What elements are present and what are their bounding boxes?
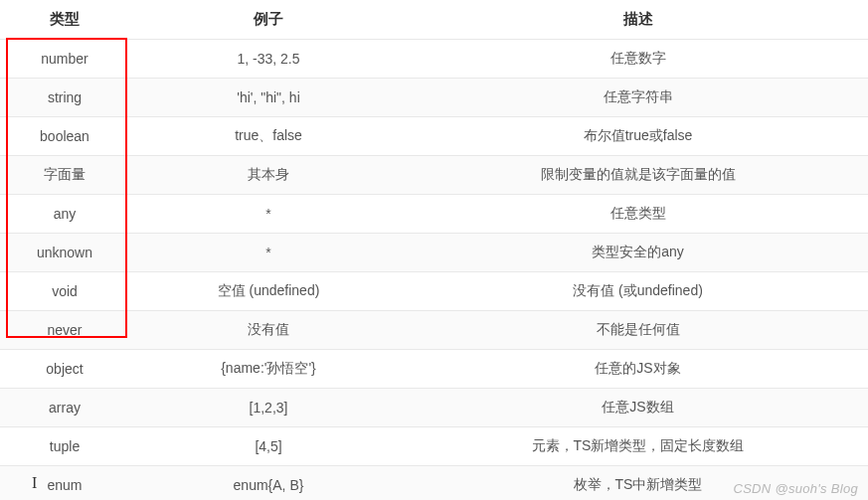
types-table: 类型 例子 描述 number 1, -33, 2.5 任意数字 string … [0,0,868,500]
table-row: boolean true、false 布尔值true或false [0,117,868,156]
table-row: object {name:'孙悟空'} 任意的JS对象 [0,350,868,389]
watermark-text: CSDN @suoh's Blog [733,481,858,496]
cell-type: void [0,272,129,311]
table-row: never 没有值 不能是任何值 [0,311,868,350]
cell-type: boolean [0,117,129,156]
cell-example: 其本身 [129,156,408,195]
cell-type: tuple [0,427,129,466]
cell-description: 类型安全的any [408,234,868,272]
cell-type: unknown [0,234,129,272]
cell-example: * [129,234,408,272]
text-cursor-icon: I [32,474,37,492]
cell-example: * [129,195,408,234]
cell-example: [1,2,3] [129,389,408,427]
cell-description: 没有值 (或undefined) [408,272,868,311]
cell-example: 'hi', "hi", hi [129,79,408,117]
table-row: any * 任意类型 [0,195,868,234]
table-row: number 1, -33, 2.5 任意数字 [0,40,868,79]
cell-type: never [0,311,129,350]
cell-example: [4,5] [129,427,408,466]
cell-description: 任意的JS对象 [408,350,868,389]
cell-description: 任意字符串 [408,79,868,117]
cell-example: {name:'孙悟空'} [129,350,408,389]
cell-type: 字面量 [0,156,129,195]
types-table-container: 类型 例子 描述 number 1, -33, 2.5 任意数字 string … [0,0,868,500]
cell-type: any [0,195,129,234]
header-example: 例子 [129,0,408,40]
table-row: 字面量 其本身 限制变量的值就是该字面量的值 [0,156,868,195]
cell-description: 任意类型 [408,195,868,234]
cell-example: 没有值 [129,311,408,350]
cell-description: 不能是任何值 [408,311,868,350]
cell-type: enum [0,466,129,501]
cell-type: number [0,40,129,79]
cell-type: array [0,389,129,427]
table-row: void 空值 (undefined) 没有值 (或undefined) [0,272,868,311]
cell-example: enum{A, B} [129,466,408,501]
header-type: 类型 [0,0,129,40]
header-description: 描述 [408,0,868,40]
table-header-row: 类型 例子 描述 [0,0,868,40]
cell-example: true、false [129,117,408,156]
cell-description: 限制变量的值就是该字面量的值 [408,156,868,195]
cell-description: 布尔值true或false [408,117,868,156]
cell-type: object [0,350,129,389]
table-row: array [1,2,3] 任意JS数组 [0,389,868,427]
cell-example: 空值 (undefined) [129,272,408,311]
table-row: string 'hi', "hi", hi 任意字符串 [0,79,868,117]
table-row: tuple [4,5] 元素，TS新增类型，固定长度数组 [0,427,868,466]
cell-description: 元素，TS新增类型，固定长度数组 [408,427,868,466]
cell-type: string [0,79,129,117]
table-row: unknown * 类型安全的any [0,234,868,272]
cell-description: 任意数字 [408,40,868,79]
cell-example: 1, -33, 2.5 [129,40,408,79]
cell-description: 任意JS数组 [408,389,868,427]
